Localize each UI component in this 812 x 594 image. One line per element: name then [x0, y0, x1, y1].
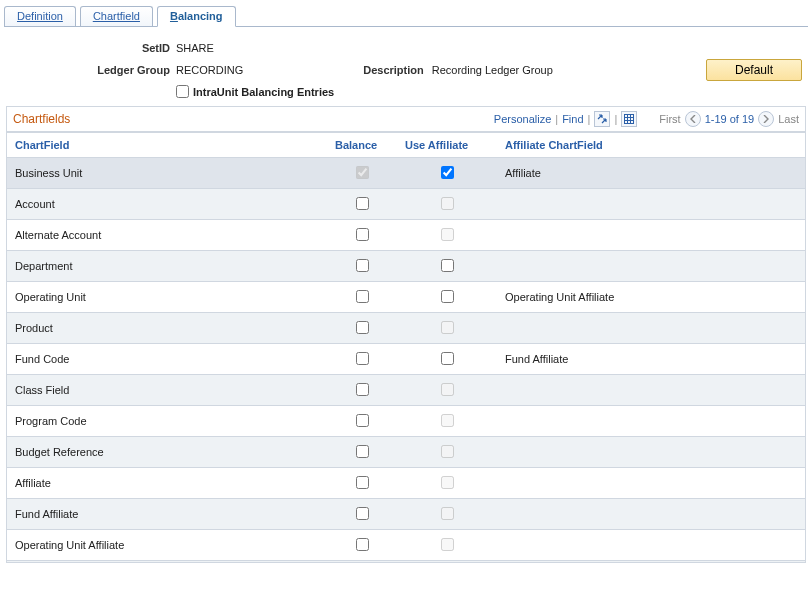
use-affiliate-checkbox	[441, 476, 454, 489]
default-button[interactable]: Default	[706, 59, 802, 81]
chartfield-name: Business Unit	[7, 158, 327, 189]
description-label: Description	[363, 64, 432, 76]
affiliate-chartfield-value	[497, 313, 805, 344]
affiliate-chartfield-value	[497, 251, 805, 282]
personalize-link[interactable]: Personalize	[494, 113, 551, 125]
col-balance[interactable]: Balance	[327, 133, 397, 158]
col-affiliate-chartfield[interactable]: Affiliate ChartField	[497, 133, 805, 158]
chartfield-name: Fund Affiliate	[7, 499, 327, 530]
affiliate-chartfield-value	[497, 499, 805, 530]
col-chartfield[interactable]: ChartField	[7, 133, 327, 158]
balance-checkbox[interactable]	[356, 414, 369, 427]
balance-checkbox[interactable]	[356, 197, 369, 210]
page-range: 1-19 of 19	[705, 113, 755, 125]
svg-rect-0	[625, 115, 634, 124]
setid-value: SHARE	[176, 42, 214, 54]
use-affiliate-checkbox[interactable]	[441, 290, 454, 303]
grid-title: Chartfields	[13, 112, 70, 126]
use-affiliate-checkbox	[441, 321, 454, 334]
use-affiliate-checkbox	[441, 445, 454, 458]
tab-bar: DefinitionChartfieldBalancing	[4, 4, 808, 27]
chartfield-name: Alternate Account	[7, 220, 327, 251]
chartfield-name: Department	[7, 251, 327, 282]
description-value: Recording Ledger Group	[432, 64, 553, 76]
table-row: Program Code	[7, 406, 805, 437]
use-affiliate-checkbox[interactable]	[441, 166, 454, 179]
balance-checkbox[interactable]	[356, 507, 369, 520]
affiliate-chartfield-value	[497, 468, 805, 499]
balance-checkbox[interactable]	[356, 352, 369, 365]
affiliate-chartfield-value	[497, 189, 805, 220]
use-affiliate-checkbox	[441, 197, 454, 210]
grid-scroll[interactable]: ChartField Balance Use Affiliate Affilia…	[7, 132, 805, 562]
balance-checkbox	[356, 166, 369, 179]
chartfield-name: Affiliate	[7, 468, 327, 499]
first-link[interactable]: First	[659, 113, 680, 125]
use-affiliate-checkbox	[441, 507, 454, 520]
chartfield-name: Operating Unit	[7, 282, 327, 313]
affiliate-chartfield-value	[497, 530, 805, 561]
chartfields-grid: Chartfields Personalize | Find | | First…	[6, 106, 806, 563]
table-row: Budget Reference	[7, 437, 805, 468]
table-row: Department	[7, 251, 805, 282]
use-affiliate-checkbox	[441, 228, 454, 241]
intraunit-checkbox[interactable]	[176, 85, 189, 98]
chartfield-name: Program Code	[7, 406, 327, 437]
find-link[interactable]: Find	[562, 113, 583, 125]
balance-checkbox[interactable]	[356, 290, 369, 303]
affiliate-chartfield-value	[497, 561, 805, 563]
setid-label: SetID	[10, 42, 176, 54]
table-row: Alternate Account	[7, 220, 805, 251]
use-affiliate-checkbox[interactable]	[441, 352, 454, 365]
spreadsheet-icon[interactable]	[621, 111, 637, 127]
table-row: Operating UnitOperating Unit Affiliate	[7, 282, 805, 313]
tab-chartfield[interactable]: Chartfield	[80, 6, 153, 26]
balance-checkbox[interactable]	[356, 321, 369, 334]
balance-checkbox[interactable]	[356, 445, 369, 458]
header-form: SetID SHARE Ledger Group RECORDING Descr…	[4, 27, 808, 102]
affiliate-chartfield-value	[497, 437, 805, 468]
use-affiliate-checkbox	[441, 383, 454, 396]
grid-toolbar: Chartfields Personalize | Find | | First…	[7, 107, 805, 132]
use-affiliate-checkbox	[441, 538, 454, 551]
last-link[interactable]: Last	[778, 113, 799, 125]
toolbar-sep: |	[614, 113, 617, 125]
balance-checkbox[interactable]	[356, 228, 369, 241]
table-row: Affiliate	[7, 468, 805, 499]
chartfields-table: ChartField Balance Use Affiliate Affilia…	[7, 132, 805, 562]
tab-definition[interactable]: Definition	[4, 6, 76, 26]
table-row: Project	[7, 561, 805, 563]
table-row: Product	[7, 313, 805, 344]
affiliate-chartfield-value: Operating Unit Affiliate	[497, 282, 805, 313]
table-row: Account	[7, 189, 805, 220]
prev-page-icon[interactable]	[685, 111, 701, 127]
chartfield-name: Project	[7, 561, 327, 563]
affiliate-chartfield-value: Fund Affiliate	[497, 344, 805, 375]
balance-checkbox[interactable]	[356, 383, 369, 396]
use-affiliate-checkbox[interactable]	[441, 259, 454, 272]
balance-checkbox[interactable]	[356, 259, 369, 272]
table-row: Fund Affiliate	[7, 499, 805, 530]
chartfield-name: Budget Reference	[7, 437, 327, 468]
ledger-group-label: Ledger Group	[10, 64, 176, 76]
next-page-icon[interactable]	[758, 111, 774, 127]
balance-checkbox[interactable]	[356, 538, 369, 551]
table-row: Fund CodeFund Affiliate	[7, 344, 805, 375]
toolbar-sep: |	[555, 113, 558, 125]
chartfield-name: Operating Unit Affiliate	[7, 530, 327, 561]
ledger-group-value: RECORDING	[176, 64, 243, 76]
zoom-icon[interactable]	[594, 111, 610, 127]
table-row: Business UnitAffiliate	[7, 158, 805, 189]
balance-checkbox[interactable]	[356, 476, 369, 489]
affiliate-chartfield-value	[497, 220, 805, 251]
tab-balancing[interactable]: Balancing	[157, 6, 236, 27]
chartfield-name: Class Field	[7, 375, 327, 406]
chartfield-name: Account	[7, 189, 327, 220]
chartfield-name: Fund Code	[7, 344, 327, 375]
col-use-affiliate[interactable]: Use Affiliate	[397, 133, 497, 158]
toolbar-sep: |	[588, 113, 591, 125]
affiliate-chartfield-value: Affiliate	[497, 158, 805, 189]
affiliate-chartfield-value	[497, 375, 805, 406]
use-affiliate-checkbox	[441, 414, 454, 427]
intraunit-label[interactable]: IntraUnit Balancing Entries	[193, 86, 334, 98]
